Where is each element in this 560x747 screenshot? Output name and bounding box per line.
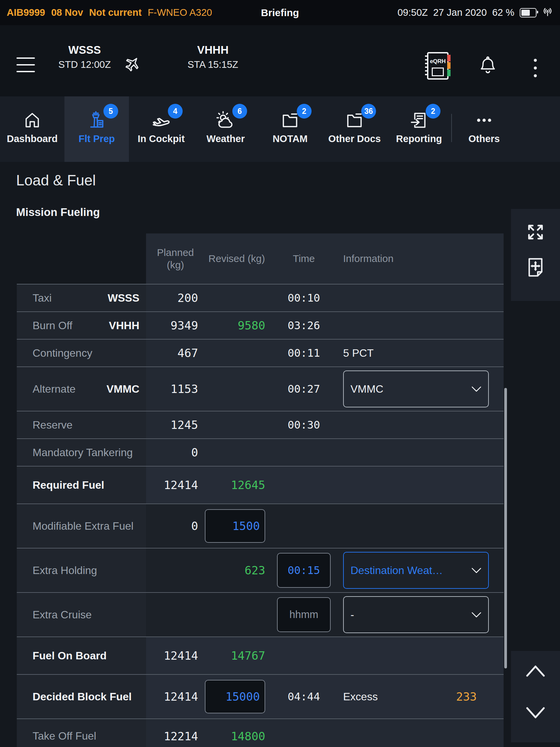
menu-button[interactable]: [17, 57, 35, 72]
chevron-down-icon: [471, 609, 481, 621]
revised-cell: 9580: [205, 312, 269, 339]
tab-flt-prep[interactable]: Flt Prep5: [64, 96, 129, 162]
row-burn-off: Burn OffVHHH9349958003:26: [17, 312, 504, 340]
scroll-down-icon[interactable]: [525, 705, 546, 722]
tab-badge: 2: [426, 104, 441, 119]
extra-holding-dropdown[interactable]: Destination Weat…: [343, 552, 489, 589]
planned-value: 12214: [146, 719, 205, 747]
row-label: Alternate: [32, 383, 76, 395]
revised-value: 623: [245, 564, 265, 577]
tab-other-docs[interactable]: Other Docs36: [322, 96, 387, 162]
information-cell: Excess233: [339, 675, 504, 718]
row-label: Fuel On Board: [32, 650, 106, 662]
departure-time: STD 12:00Z: [48, 59, 122, 70]
tab-label: Weather: [207, 133, 245, 145]
eqrh-button[interactable]: eQRH: [427, 52, 449, 80]
scrollbar-thumb[interactable]: [504, 388, 507, 668]
planned-value: 1245: [146, 411, 205, 438]
row-label-cell: Burn OffVHHH: [17, 312, 146, 339]
row-label-cell: Fuel On Board: [17, 637, 146, 674]
column-header-revised: Revised (kg): [205, 233, 269, 284]
information-cell: Destination Weat…: [339, 548, 504, 592]
row-label: Mandatory Tankering: [32, 446, 133, 459]
planned-value: 467: [146, 340, 205, 366]
tab-in-cockpit[interactable]: In Cockpit4: [129, 96, 193, 162]
information-cell: 5 PCT: [339, 340, 504, 366]
move-document-icon[interactable]: [525, 257, 546, 280]
planned-value: [146, 593, 205, 637]
row-alternate: AlternateVMMC115300:27VMMC: [17, 367, 504, 411]
tab-label: Other Docs: [328, 133, 381, 145]
extra-cruise-time-input[interactable]: hhmm: [277, 597, 331, 632]
tab-others[interactable]: Others: [452, 96, 516, 162]
revised-cell: [205, 340, 269, 366]
dropdown-value: -: [350, 609, 354, 621]
table-body: TaxiWSSS20000:10Burn OffVHHH9349958003:2…: [17, 284, 504, 747]
airport-code: WSSS: [108, 292, 139, 304]
modifiable-extra-fuel-revised-input[interactable]: 1500: [205, 509, 265, 543]
tab-label: Reporting: [396, 133, 442, 145]
ellipsis-icon: [474, 110, 494, 131]
decided-block-fuel-revised-input[interactable]: 15000: [205, 680, 265, 714]
tab-notam[interactable]: NOTAM2: [258, 96, 322, 162]
departure-airport: WSSS STD 12:00Z: [48, 44, 122, 70]
revised-cell: 15000: [205, 675, 269, 718]
row-label-cell: Take Off Fuel: [17, 719, 146, 747]
utc-time: 09:50Z: [398, 7, 428, 18]
planned-value: 200: [146, 284, 205, 311]
row-label: Taxi: [32, 292, 52, 304]
row-fuel-on-board: Fuel On Board1241414767: [17, 637, 504, 675]
time-cell: [269, 439, 339, 466]
information-cell: [339, 439, 504, 466]
revised-cell: 14800: [205, 719, 269, 747]
main-nav-tabs: Dashboard Flt Prep5 In Cockpit4 Weather6…: [0, 96, 560, 162]
airport-code: VHHH: [109, 319, 139, 332]
overflow-menu-icon[interactable]: [534, 59, 537, 82]
row-label-cell: Required Fuel: [17, 467, 146, 504]
time-value: 00:11: [288, 346, 320, 359]
mission-fueling-table: Planned (kg) Revised (kg) Time Informati…: [17, 233, 504, 747]
row-taxi: TaxiWSSS20000:10: [17, 284, 504, 312]
time-cell: 04:44: [269, 675, 339, 718]
revised-value: 14767: [231, 649, 265, 662]
departure-code: WSSS: [48, 44, 122, 56]
row-label: Decided Block Fuel: [32, 691, 132, 703]
revised-cell: [205, 439, 269, 466]
column-header-information: Information: [339, 233, 504, 284]
information-cell: [339, 504, 504, 548]
page-title: Load & Fuel: [16, 172, 96, 189]
signal-icon: [542, 6, 553, 20]
revised-cell: 1500: [205, 504, 269, 548]
time-value: 00:27: [288, 383, 320, 395]
revised-value: 9580: [238, 319, 265, 332]
time-cell: 00:11: [269, 340, 339, 366]
fullscreen-icon[interactable]: [525, 222, 546, 244]
information-text: 5 PCT: [343, 347, 374, 359]
row-reserve: Reserve124500:30: [17, 411, 504, 439]
column-header-empty: [17, 233, 146, 284]
tab-label: In Cockpit: [138, 133, 185, 145]
planned-value: 12414: [146, 675, 205, 718]
information-cell: VMMC: [339, 367, 504, 411]
section-title: Mission Fueling: [16, 206, 100, 218]
revised-cell: 12645: [205, 467, 269, 504]
tab-weather[interactable]: Weather6: [193, 96, 258, 162]
extra-cruise-dropdown[interactable]: -: [343, 596, 489, 633]
tab-reporting[interactable]: Reporting2: [387, 96, 451, 162]
tab-label: NOTAM: [273, 133, 308, 145]
tab-dashboard[interactable]: Dashboard: [0, 96, 64, 162]
time-cell: hhmm: [269, 593, 339, 637]
time-cell: [269, 504, 339, 548]
notifications-bell-icon[interactable]: [478, 55, 498, 76]
home-icon: [23, 110, 42, 131]
row-label: Reserve: [32, 419, 73, 431]
scroll-up-icon[interactable]: [525, 663, 546, 680]
revised-cell: [205, 284, 269, 311]
planned-value: [146, 548, 205, 592]
status-bar: AIB9999 08 Nov Not current F-WNEO A320 B…: [0, 0, 560, 25]
extra-holding-time-input[interactable]: 00:15: [277, 553, 331, 588]
alternate-dropdown[interactable]: VMMC: [343, 370, 489, 407]
system-status: 09:50Z 27 Jan 2020 62 %: [398, 6, 553, 20]
tab-badge: 6: [232, 104, 247, 119]
revised-value: 12645: [231, 478, 265, 492]
